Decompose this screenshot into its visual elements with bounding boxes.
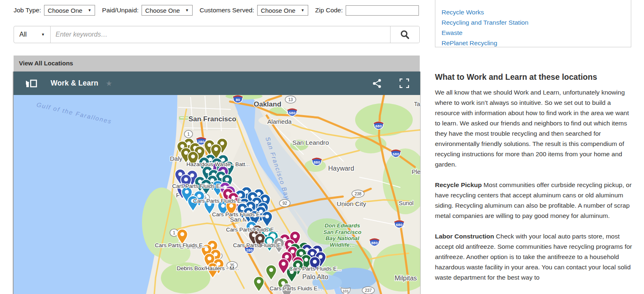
map-road-shield: 80 bbox=[233, 95, 243, 103]
map-pin-label: Cars Parts Fluids E... bbox=[193, 198, 246, 204]
map-road-shield: 880 bbox=[312, 158, 322, 166]
svg-text:13: 13 bbox=[288, 97, 293, 102]
map-city-label: Alameda bbox=[267, 118, 292, 125]
map-pin-label: Cars Parts Fluids E... bbox=[212, 211, 265, 218]
article-paragraph: Recycle Pickup Most communities offer cu… bbox=[435, 180, 632, 221]
share-icon[interactable] bbox=[372, 79, 381, 88]
chevron-down-icon: ▼ bbox=[301, 8, 305, 12]
search-scope-select[interactable]: All ▼ bbox=[14, 26, 51, 43]
svg-text:880: 880 bbox=[314, 160, 320, 164]
map-city-label: Milpitas bbox=[395, 275, 417, 282]
map-road-shield: 580 bbox=[287, 109, 297, 116]
chevron-down-icon: ▼ bbox=[88, 8, 91, 12]
search-input[interactable] bbox=[51, 26, 390, 43]
map-pin-label: Cars Parts Fluids E... bbox=[155, 242, 207, 248]
map-pin-label: Debris Box/Haulers - M... bbox=[177, 265, 239, 271]
page: Job Type: Choose One ▼ Paid/Unpaid: Choo… bbox=[0, 0, 644, 294]
svg-text:238: 238 bbox=[355, 192, 362, 196]
map-widget: Work & Learn ★ bbox=[13, 72, 421, 294]
map-city-label: Tassajara bbox=[414, 101, 420, 107]
map-road-shield: 238 bbox=[352, 190, 364, 197]
article: What to Work and Learn at these location… bbox=[435, 72, 632, 293]
link-recycling-transfer-station[interactable]: Recycling and Transfer Station bbox=[442, 17, 631, 28]
zip-code-field[interactable] bbox=[346, 5, 419, 16]
customers-served-label: Customers Served: bbox=[200, 7, 254, 14]
search-icon bbox=[400, 30, 410, 39]
job-type-select[interactable]: Choose One ▼ bbox=[44, 5, 95, 16]
map-road-shield: 1 bbox=[184, 130, 193, 138]
map-road-shield: 580 bbox=[391, 150, 401, 157]
map-city-label: Pleasanton bbox=[412, 168, 420, 175]
map-city-label: San Francisco bbox=[188, 115, 236, 123]
svg-text:280: 280 bbox=[246, 248, 253, 252]
map-road-shield: 237 bbox=[362, 287, 374, 294]
map-pin-label: Cars Parts Fluids E... bbox=[270, 285, 322, 292]
map[interactable]: San FranciscoOaklandAlamedaSan LeandroHa… bbox=[14, 95, 420, 294]
paid-unpaid-select[interactable]: Choose One ▼ bbox=[142, 5, 193, 16]
map-title: Work & Learn bbox=[51, 79, 98, 88]
search-button[interactable] bbox=[390, 26, 419, 43]
svg-text:680: 680 bbox=[396, 222, 402, 227]
chevron-down-icon: ▼ bbox=[185, 8, 189, 12]
article-paragraph: We all know that we should Work and Lear… bbox=[435, 87, 632, 169]
map-pin-label: Cars Parts Fluids E... bbox=[233, 242, 286, 248]
map-area-label: Wildlife… bbox=[330, 242, 355, 248]
map-canvas[interactable]: San FranciscoOaklandAlamedaSan LeandroHa… bbox=[14, 95, 420, 294]
link-ewaste[interactable]: Ewaste bbox=[442, 28, 631, 38]
star-icon[interactable]: ★ bbox=[106, 79, 112, 88]
svg-text:1: 1 bbox=[173, 231, 175, 235]
chevron-down-icon: ▼ bbox=[41, 32, 45, 37]
map-road-shield: 13 bbox=[285, 96, 296, 103]
view-all-locations-bar[interactable]: View All Locations bbox=[14, 56, 420, 72]
svg-text:680: 680 bbox=[375, 124, 382, 128]
map-pin-label: Cars Parts Fluids E... bbox=[226, 227, 279, 233]
svg-text:880: 880 bbox=[371, 241, 378, 245]
map-city-label: Hayward bbox=[328, 165, 354, 172]
customers-served-select[interactable]: Choose One ▼ bbox=[257, 5, 308, 16]
map-road-shield: 680 bbox=[374, 122, 384, 130]
article-paragraph: Labor Construction Check with your local… bbox=[435, 231, 632, 282]
svg-text:237: 237 bbox=[365, 288, 372, 293]
link-replanet-recycling[interactable]: RePlanet Recycling bbox=[442, 38, 631, 48]
zip-code-label: Zip Code: bbox=[315, 7, 343, 14]
map-city-label: San Leandro bbox=[293, 139, 329, 146]
side-panel-icon[interactable] bbox=[26, 79, 37, 88]
map-area-label: Bay National bbox=[325, 235, 359, 241]
map-city-label: Union City bbox=[337, 200, 366, 207]
map-area-label: Don Edwards bbox=[325, 222, 360, 229]
map-pin-label: Cars Parts Fluids E... bbox=[172, 183, 225, 189]
map-pin-label: Hazardous Waste - Batt... bbox=[186, 161, 250, 167]
job-type-label: Job Type: bbox=[14, 7, 41, 14]
svg-text:580: 580 bbox=[393, 152, 399, 156]
svg-text:92: 92 bbox=[282, 201, 287, 206]
search-bar: All ▼ bbox=[14, 26, 420, 43]
paid-unpaid-label: Paid/Unpaid: bbox=[102, 7, 139, 14]
svg-text:101: 101 bbox=[342, 289, 349, 293]
map-city-label: Palo Alto bbox=[302, 273, 328, 280]
svg-text:80: 80 bbox=[236, 97, 240, 102]
svg-text:1: 1 bbox=[187, 132, 190, 137]
map-road-shield: 92 bbox=[279, 199, 290, 207]
map-road-shield: 880 bbox=[370, 238, 379, 246]
link-recycle-works[interactable]: Recycle Works bbox=[442, 7, 631, 17]
map-area-label: San Francisco bbox=[323, 229, 361, 235]
map-header: Work & Learn ★ bbox=[14, 72, 420, 95]
fullscreen-icon[interactable] bbox=[400, 79, 409, 88]
related-links-box: Recycle Works Recycling and Transfer Sta… bbox=[435, 0, 631, 47]
map-city-label: Sunol bbox=[399, 200, 414, 206]
map-city-label: Oakland bbox=[253, 100, 281, 108]
filter-bar: Job Type: Choose One ▼ Paid/Unpaid: Choo… bbox=[14, 5, 419, 16]
map-pin-label: Cars Parts Fluids E... bbox=[289, 266, 342, 272]
article-heading: What to Work and Learn at these location… bbox=[435, 72, 632, 82]
map-road-shield: 680 bbox=[394, 220, 404, 228]
svg-text:280: 280 bbox=[198, 139, 205, 144]
svg-text:580: 580 bbox=[289, 111, 295, 115]
